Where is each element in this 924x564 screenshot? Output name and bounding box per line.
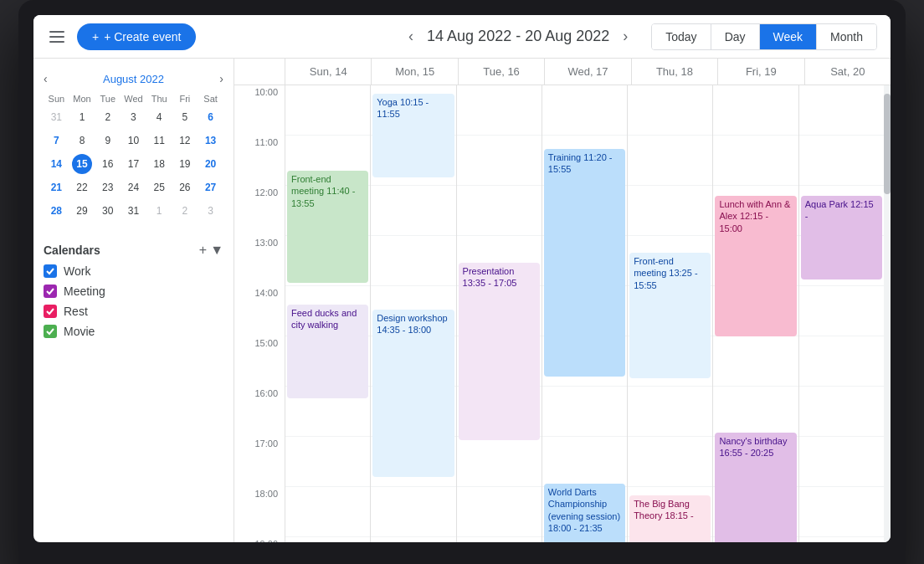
scrollbar-track[interactable] bbox=[884, 85, 891, 542]
calendar-label: Work bbox=[64, 264, 90, 278]
mini-cal-day[interactable]: 7 bbox=[46, 131, 66, 151]
mini-cal-prev[interactable]: ‹ bbox=[44, 72, 48, 85]
mini-cal-next[interactable]: › bbox=[219, 72, 223, 85]
add-calendar-button[interactable]: + bbox=[199, 243, 207, 258]
event-title: Yoga 10:15 - 11:55 bbox=[377, 96, 449, 120]
week-view-button[interactable]: Week bbox=[760, 24, 818, 49]
calendar-event[interactable]: The Big Bang Theory 18:15 - bbox=[629, 495, 711, 542]
mini-cal-day[interactable]: 27 bbox=[201, 177, 221, 197]
mini-cal-day[interactable]: 9 bbox=[98, 131, 118, 151]
mini-cal-day[interactable]: 20 bbox=[201, 154, 221, 174]
next-period-button[interactable]: › bbox=[616, 24, 634, 49]
mini-cal-day[interactable]: 12 bbox=[175, 131, 195, 151]
calendar-event[interactable]: Presentation 13:35 - 17:05 bbox=[459, 263, 540, 440]
calendar-event[interactable]: Lunch with Ann & Alex 12:15 - 15:00 bbox=[715, 196, 796, 336]
mini-cal-day[interactable]: 10 bbox=[123, 131, 143, 151]
calendar-event[interactable]: Design workshop 14:35 - 18:00 bbox=[372, 310, 454, 477]
mini-cal-day[interactable]: 15 bbox=[72, 154, 92, 174]
mini-cal-day[interactable]: 26 bbox=[175, 177, 195, 197]
event-title: Feed ducks and city walking bbox=[291, 307, 364, 331]
mini-cal-day[interactable]: 5 bbox=[175, 107, 195, 127]
calendar-label: Movie bbox=[64, 325, 95, 338]
calendar-item[interactable]: Rest bbox=[44, 301, 223, 321]
mini-cal-day[interactable]: 8 bbox=[72, 131, 92, 151]
mini-cal-day[interactable]: 23 bbox=[98, 177, 118, 197]
today-button[interactable]: Today bbox=[652, 24, 711, 49]
calendar-item[interactable]: Movie bbox=[44, 321, 223, 341]
day-column-mon15: Yoga 10:15 - 11:55Design workshop 14:35 … bbox=[370, 85, 455, 542]
hour-line bbox=[285, 487, 370, 537]
dow-sun: Sun bbox=[44, 92, 69, 105]
calendar-checkbox[interactable] bbox=[44, 285, 57, 298]
prev-period-button[interactable]: ‹ bbox=[402, 24, 420, 49]
mini-cal-day[interactable]: 2 bbox=[98, 107, 118, 127]
expand-calendars-button[interactable]: ▼ bbox=[210, 243, 223, 258]
calendar-checkbox[interactable] bbox=[44, 325, 57, 338]
hour-line bbox=[285, 85, 370, 136]
mini-cal-day[interactable]: 11 bbox=[149, 131, 169, 151]
dow-fri: Fri bbox=[172, 92, 198, 105]
mini-cal-day[interactable]: 30 bbox=[98, 201, 118, 221]
scrollbar-thumb[interactable] bbox=[884, 94, 891, 194]
day-view-button[interactable]: Day bbox=[711, 24, 760, 49]
mini-cal-day[interactable]: 21 bbox=[46, 177, 66, 197]
mini-calendar-header: ‹ August 2022 › bbox=[44, 72, 223, 85]
mini-cal-day[interactable]: 1 bbox=[72, 107, 92, 127]
calendar-event[interactable]: World Darts Championship (evening sessio… bbox=[544, 484, 625, 542]
mini-cal-day[interactable]: 29 bbox=[72, 201, 92, 221]
time-label: 11:00 bbox=[234, 136, 285, 186]
hour-line bbox=[799, 286, 884, 336]
calendar-checkbox[interactable] bbox=[44, 264, 57, 278]
day-header-thu: Thu, 18 bbox=[631, 59, 717, 85]
dow-wed: Wed bbox=[121, 92, 146, 105]
mini-cal-day[interactable]: 4 bbox=[149, 107, 169, 127]
mini-cal-day[interactable]: 25 bbox=[149, 177, 169, 197]
mini-cal-day[interactable]: 3 bbox=[123, 107, 143, 127]
mini-cal-day[interactable]: 18 bbox=[149, 154, 169, 174]
mini-cal-day[interactable]: 19 bbox=[175, 154, 195, 174]
calendar-event[interactable]: Yoga 10:15 - 11:55 bbox=[372, 94, 454, 177]
dow-thu: Thu bbox=[146, 92, 172, 105]
time-label: 18:00 bbox=[234, 487, 285, 537]
mini-cal-day[interactable]: 28 bbox=[46, 201, 66, 221]
calendar-event[interactable]: Feed ducks and city walking bbox=[287, 305, 368, 398]
mini-cal-day[interactable]: 3 bbox=[201, 201, 221, 221]
mini-cal-day[interactable]: 17 bbox=[123, 154, 143, 174]
calendar-item[interactable]: Work bbox=[44, 261, 223, 281]
mini-cal-day[interactable]: 22 bbox=[72, 177, 92, 197]
mini-cal-day[interactable]: 31 bbox=[123, 201, 143, 221]
hour-line bbox=[713, 336, 798, 387]
mini-cal-day[interactable]: 16 bbox=[98, 154, 118, 174]
mini-cal-day[interactable]: 24 bbox=[123, 177, 143, 197]
event-title: Front-end meeting 13:25 - 15:55 bbox=[634, 255, 706, 291]
hour-line bbox=[628, 136, 712, 186]
hour-line bbox=[371, 186, 455, 236]
calendar-event[interactable]: Training 11:20 - 15:55 bbox=[544, 149, 625, 377]
mini-cal-day[interactable]: 14 bbox=[46, 154, 66, 174]
calendar-event[interactable]: Front-end meeting 13:25 - 15:55 bbox=[629, 253, 711, 378]
mini-cal-day[interactable]: 13 bbox=[201, 131, 221, 151]
screen: + + Create event ‹ 14 Aug 2022 - 20 Aug … bbox=[33, 15, 891, 542]
mini-cal-day[interactable]: 1 bbox=[149, 201, 169, 221]
month-view-button[interactable]: Month bbox=[817, 24, 876, 49]
mini-cal-day[interactable]: 2 bbox=[175, 201, 195, 221]
calendar-event[interactable]: Aqua Park 12:15 - bbox=[801, 196, 882, 279]
mini-cal-day[interactable]: 31 bbox=[46, 107, 66, 127]
mini-calendar: Sun Mon Tue Wed Thu Fri Sat 311234567891… bbox=[44, 92, 223, 223]
dow-tue: Tue bbox=[95, 92, 121, 105]
mini-cal-day[interactable]: 6 bbox=[201, 107, 221, 127]
calendar-event[interactable]: Nancy's birthday 16:55 - 20:25 bbox=[715, 433, 796, 542]
date-range-title: 14 Aug 2022 - 20 Aug 2022 bbox=[427, 28, 609, 45]
event-title: Aqua Park 12:15 - bbox=[805, 198, 878, 223]
calendar-event[interactable]: Front-end meeting 11:40 - 13:55 bbox=[287, 171, 368, 283]
hamburger-menu[interactable] bbox=[47, 27, 67, 47]
nav-controls: ‹ 14 Aug 2022 - 20 Aug 2022 › bbox=[402, 24, 634, 49]
day-header-fri: Fri, 19 bbox=[717, 59, 803, 85]
create-event-button[interactable]: + + Create event bbox=[77, 23, 196, 50]
hour-line bbox=[542, 387, 627, 437]
calendar-checkbox[interactable] bbox=[44, 305, 57, 318]
calendar-item[interactable]: Meeting bbox=[44, 281, 223, 301]
hour-line bbox=[628, 186, 712, 236]
hour-line bbox=[542, 85, 627, 136]
day-column-thu18: Front-end meeting 13:25 - 15:55The Big B… bbox=[627, 85, 712, 542]
